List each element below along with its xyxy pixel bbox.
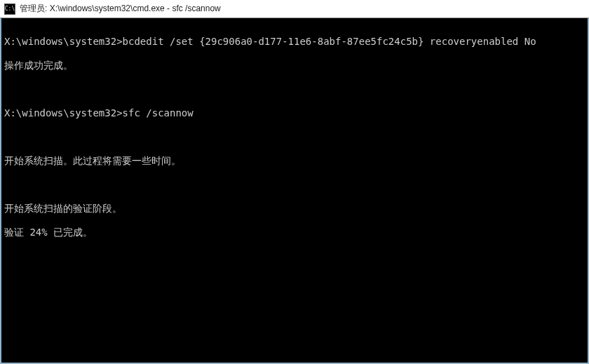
cmd-icon-label: C:\	[5, 6, 15, 12]
console-line: 开始系统扫描的验证阶段。	[4, 203, 585, 215]
console-line: X:\windows\system32>bcdedit /set {29c906…	[4, 36, 585, 48]
cmd-icon: C:\	[4, 4, 15, 15]
blank-line	[4, 83, 585, 95]
blank-line	[4, 131, 585, 143]
prompt: X:\windows\system32>	[4, 36, 123, 47]
blank-line	[4, 179, 585, 191]
command-text: sfc /scannow	[123, 107, 194, 119]
console-area[interactable]: X:\windows\system32>bcdedit /set {29c906…	[0, 18, 589, 364]
titlebar: C:\ 管理员: X:\windows\system32\cmd.exe - s…	[0, 0, 589, 18]
console-line: X:\windows\system32>sfc /scannow	[4, 107, 585, 119]
console-line: 验证 24% 已完成。	[4, 227, 585, 238]
window-title: 管理员: X:\windows\system32\cmd.exe - sfc /…	[20, 3, 221, 15]
console-line: 操作成功完成。	[4, 60, 585, 72]
prompt: X:\windows\system32>	[4, 107, 123, 119]
command-text: bcdedit /set {29c906a0-d177-11e6-8abf-87…	[123, 36, 536, 47]
console-line: 开始系统扫描。此过程将需要一些时间。	[4, 155, 585, 167]
